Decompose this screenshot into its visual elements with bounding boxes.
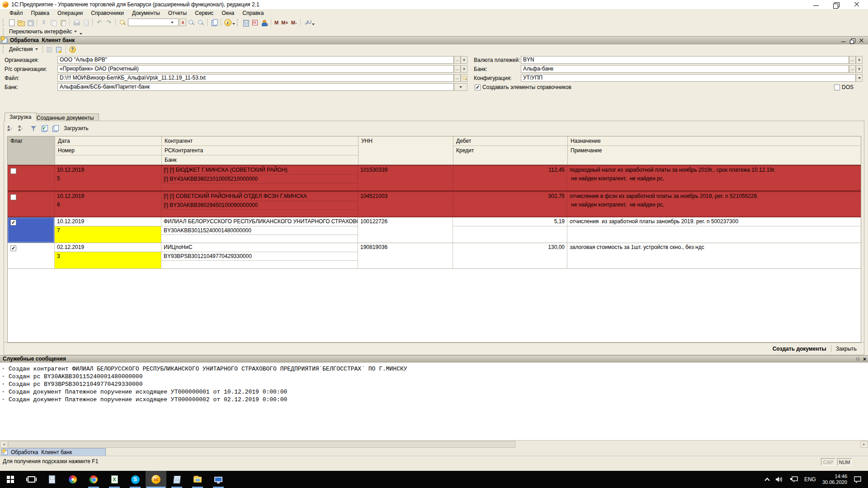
- load-button[interactable]: Загрузить: [61, 125, 91, 132]
- related-info-button[interactable]: [209, 18, 219, 27]
- message-line[interactable]: ▸Создан документ Платежное поручение исх…: [0, 396, 868, 404]
- header-debit-credit[interactable]: Дебет Кредит: [453, 136, 567, 164]
- help-button[interactable]: ?: [68, 45, 77, 54]
- configuration-dropdown-button[interactable]: [856, 74, 863, 82]
- menu-operations[interactable]: Операции: [53, 9, 87, 17]
- taskbar-paint[interactable]: [62, 471, 83, 488]
- taskbar-calculator[interactable]: [42, 471, 62, 488]
- info-button[interactable]: i: [223, 18, 232, 27]
- open-button[interactable]: [16, 18, 25, 27]
- print-button[interactable]: [71, 18, 81, 27]
- taskbar-remote-desktop[interactable]: [208, 471, 229, 488]
- organization-select-button[interactable]: ...: [454, 56, 461, 64]
- file-select-button[interactable]: ...: [454, 74, 461, 82]
- toolbar-overflow-icon[interactable]: [312, 23, 315, 25]
- find-prev-button[interactable]: [196, 18, 205, 27]
- header-contragent[interactable]: Контрагент РСКонтрагента Банк: [161, 136, 358, 164]
- memory-subtract-button[interactable]: M-: [290, 20, 298, 25]
- search-clear-button[interactable]: x: [179, 19, 186, 26]
- calculator-button[interactable]: [241, 18, 250, 27]
- mdi-close-icon[interactable]: [857, 37, 866, 44]
- new-document-button[interactable]: [6, 18, 16, 27]
- account-select-button[interactable]: ...: [454, 65, 461, 73]
- taskbar-explorer[interactable]: [187, 471, 208, 488]
- window-tab-client-bank[interactable]: Обработка Клиент банк: [1, 448, 106, 456]
- set-all-flags-button[interactable]: ✓: [39, 124, 49, 133]
- back-button[interactable]: ↶: [94, 18, 104, 27]
- organization-field[interactable]: ООО "Альфа ВРВ": [57, 56, 454, 64]
- message-line[interactable]: ▸Создан рс BY93BPSB30121049770429330000: [0, 380, 868, 388]
- forward-button[interactable]: ↷: [104, 18, 113, 27]
- create-documents-button[interactable]: Создать документы: [768, 344, 831, 353]
- menu-service[interactable]: Сервис: [191, 9, 217, 17]
- organization-clear-button[interactable]: x: [461, 56, 467, 64]
- task-view-button[interactable]: [21, 471, 42, 488]
- mdi-restore-icon[interactable]: [848, 37, 857, 44]
- currency-select-button[interactable]: ...: [849, 56, 856, 64]
- menu-help[interactable]: Справка: [238, 9, 268, 17]
- menu-edit[interactable]: Правка: [27, 9, 54, 17]
- sort-desc-button[interactable]: ЯА ↓: [18, 124, 27, 133]
- message-line[interactable]: ▸Создан рс BY30AKBB30115240001480000000: [0, 373, 868, 380]
- taskbar-skype[interactable]: S: [125, 471, 146, 488]
- bank-format-dropdown-button[interactable]: [454, 83, 467, 91]
- tab-load[interactable]: Загрузка: [5, 113, 37, 121]
- pin-icon[interactable]: [856, 357, 859, 361]
- service-settings-button[interactable]: [302, 18, 312, 27]
- volume-icon[interactable]: [775, 476, 783, 483]
- switch-interface-button[interactable]: Переключить интерфейс: [6, 28, 80, 36]
- actions-menu-button[interactable]: Действия: [6, 46, 41, 53]
- table-row[interactable]: ✓ 02.12.2019 3 ИИЦпоНиС BY93BPSB30121049…: [8, 243, 861, 269]
- quick-search-input[interactable]: [128, 19, 171, 25]
- table-row[interactable]: ✓ 10.12.2019 7 ФИЛИАЛ БЕЛОРУССКОГО РЕСПУ…: [8, 217, 861, 243]
- clear-all-flags-button[interactable]: [50, 124, 60, 133]
- memory-add-button[interactable]: M+: [280, 20, 290, 25]
- restore-icon[interactable]: [826, 0, 847, 9]
- preview-button[interactable]: [81, 18, 90, 27]
- menu-documents[interactable]: Документы: [128, 9, 164, 17]
- horizontal-scrollbar[interactable]: ◄ ►: [0, 440, 868, 448]
- dos-checkbox[interactable]: [834, 84, 840, 90]
- taskbar-notepad[interactable]: [166, 471, 187, 488]
- scrollbar-thumb[interactable]: [8, 441, 515, 448]
- save-button[interactable]: [25, 18, 35, 27]
- minimize-icon[interactable]: [806, 0, 826, 9]
- taskbar-chrome[interactable]: [83, 471, 104, 488]
- header-flag[interactable]: Флаг: [8, 136, 55, 164]
- language-indicator[interactable]: ENG: [804, 476, 816, 483]
- header-purpose[interactable]: Назначение Примечание: [567, 136, 862, 164]
- restore-settings-button[interactable]: [54, 45, 64, 54]
- search-button[interactable]: [118, 18, 127, 27]
- memory-recall-button[interactable]: M: [273, 20, 280, 25]
- menu-file[interactable]: Файл: [5, 9, 27, 17]
- close-icon[interactable]: [847, 0, 867, 9]
- filter-button[interactable]: [28, 124, 38, 133]
- bank2-clear-button[interactable]: x: [856, 65, 863, 73]
- temp-block-button[interactable]: [259, 18, 269, 27]
- message-line[interactable]: ▸Создан контрагент ФИЛИАЛ БЕЛОРУССКОГО Р…: [0, 365, 868, 373]
- create-refs-checkbox[interactable]: ✓: [475, 84, 481, 90]
- taskbar-clock[interactable]: 14:46 30.06.2020: [822, 474, 847, 485]
- scroll-left-icon[interactable]: ◄: [0, 441, 8, 448]
- header-date-number[interactable]: Дата Номер: [55, 136, 161, 164]
- menu-reports[interactable]: Отчеты: [164, 9, 191, 17]
- copy-button[interactable]: [48, 18, 58, 27]
- row-checkbox[interactable]: ✓: [10, 220, 16, 225]
- find-next-button[interactable]: [186, 18, 196, 27]
- tray-expand-icon[interactable]: [764, 478, 769, 483]
- taskbar-excel-notes[interactable]: X: [104, 471, 125, 488]
- message-line[interactable]: ▸Создан документ Платежное поручение исх…: [0, 388, 868, 396]
- mdi-minimize-icon[interactable]: [839, 37, 848, 44]
- action-center-icon[interactable]: [854, 476, 862, 483]
- currency-field[interactable]: BYN: [521, 56, 849, 64]
- messages-close-icon[interactable]: ×: [863, 356, 866, 362]
- save-settings-button[interactable]: [45, 45, 54, 54]
- header-unn[interactable]: УНН: [358, 136, 453, 164]
- calendar-button[interactable]: 31: [250, 18, 259, 27]
- taskbar-1c-active[interactable]: 1С: [146, 471, 166, 488]
- menu-windows[interactable]: Окна: [217, 9, 238, 17]
- sort-asc-button[interactable]: АЯ ↓: [7, 124, 16, 133]
- bank-format-field[interactable]: АльфаБанк/БСБ-банк/Паритет-банк: [57, 83, 454, 91]
- info-dropdown-icon[interactable]: [232, 23, 235, 25]
- row-checkbox[interactable]: ✓: [10, 245, 16, 251]
